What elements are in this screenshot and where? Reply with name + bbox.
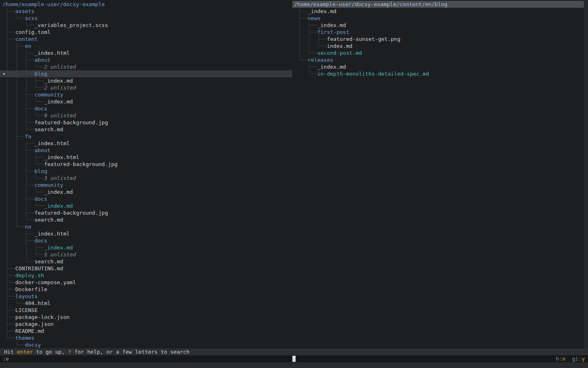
tree-row-unlisted[interactable]: │ │ │ └──2 unlisted [0, 63, 292, 70]
tree-row-unlisted[interactable]: │ │ └──5 unlisted [0, 251, 292, 258]
entry-name: _index.md [317, 64, 346, 70]
tree-row[interactable]: │ │ ├──docs [0, 105, 292, 112]
entry-name: about [34, 57, 50, 63]
tree-row[interactable]: ▶│ │ ├──blog [0, 70, 292, 77]
tree-row[interactable]: │ │ │ └──featured-background.jpg [0, 161, 292, 168]
tree-row[interactable]: ├──_index.md [292, 63, 588, 70]
tree-row[interactable]: │ │ ├──featured-background.jpg [0, 119, 292, 126]
entry-name: search.md [34, 258, 63, 265]
tree-branch-lines: └── [6, 342, 25, 348]
entry-name: _index.md [44, 189, 73, 195]
tree-row[interactable]: │ └──_variables_project.scss [0, 22, 292, 29]
tree-row[interactable]: │ │ └──search.md [0, 216, 292, 223]
tree-branch-lines: │ │ ├── [6, 105, 34, 112]
entry-name: featured-background.jpg [34, 210, 108, 216]
tree-branch-lines: ├── [6, 8, 15, 14]
entry-name: _index.md [44, 245, 73, 251]
status-key-hint: enter [17, 349, 33, 355]
tree-row[interactable]: ├──assets [0, 8, 292, 15]
tree-row[interactable]: ├──package-lock.json [0, 314, 292, 321]
tree-row[interactable]: ├──layouts [0, 293, 292, 300]
entry-name: docs [34, 196, 47, 202]
tree-row[interactable]: │ │ │ └──_index.md [0, 188, 292, 195]
tree-branch-lines: │ │ ├── [6, 50, 34, 56]
tree-row[interactable]: ├──LICENSE [0, 307, 292, 314]
tree-row[interactable]: ├──content [0, 36, 292, 43]
tree-branch-lines: │ │ │ └── [6, 203, 44, 209]
tree-row[interactable]: │ │ │ └──_index.md [0, 98, 292, 105]
tree-row[interactable]: │ │ ├──about [0, 147, 292, 154]
tree-row[interactable]: ├──Dockerfile [0, 286, 292, 293]
tree-row[interactable]: │ ├──en [0, 43, 292, 49]
tree-row[interactable]: │ ├──fa [0, 133, 292, 140]
tree-row[interactable]: ├──news [292, 15, 588, 22]
tree-row[interactable]: │ │ ├──community [0, 182, 292, 188]
tree-row[interactable]: │ │ ├──community [0, 91, 292, 98]
tree-branch-lines: │ │ ├── [6, 210, 34, 216]
tree-branch-lines: │ └── [6, 258, 34, 265]
entry-name: content [15, 36, 38, 42]
status-message-bar: Hit enter to go up, ? for help, or a few… [0, 348, 588, 355]
tree-branch-lines: └── [6, 335, 15, 341]
tree-row[interactable]: │ │ ├──featured-sunset-get.png [292, 36, 588, 43]
entry-name: themes [15, 335, 34, 341]
entry-name: fa [25, 133, 31, 139]
tree-row[interactable]: ├──README.md [0, 328, 292, 334]
tree-row-unlisted[interactable]: │ │ │ └──2 unlisted [0, 84, 292, 91]
tree-branch-lines: │ │ └── [298, 43, 327, 49]
tree-branch-lines: │ │ ├── [6, 168, 34, 174]
tree-row-unlisted[interactable]: │ │ │ └──3 unlisted [0, 175, 292, 182]
entry-name: README.md [15, 328, 44, 334]
tree-row[interactable]: │ ├──docs [0, 237, 292, 244]
tree-row[interactable]: ├──package.json [0, 321, 292, 328]
tree-row[interactable]: │ │ └──index.md [292, 43, 588, 49]
tree-row[interactable]: │ │ ├──featured-background.jpg [0, 209, 292, 216]
tree-branch-lines: ├── [6, 279, 15, 285]
tree-row[interactable]: │ └──scss [0, 15, 292, 22]
tree-row[interactable]: │ │ ├──_index.html [0, 49, 292, 56]
tree-row[interactable]: └──in-depth-monoliths-detailed-spec.md [292, 70, 588, 77]
tree-row[interactable]: │ │ ├──blog [0, 168, 292, 175]
tree-branch-lines: │ │ ├── [6, 92, 34, 98]
tree-branch-lines: │ │ │ └── [6, 189, 44, 195]
tree-row[interactable]: ├──_index.md [292, 8, 588, 15]
left-command-input[interactable]: :e [2, 355, 9, 362]
tree-branch-lines: │ │ ├── [6, 57, 34, 63]
entry-name: news [307, 15, 320, 21]
command-input-bar[interactable]: :e h:ngi:y [0, 355, 588, 362]
tree-row[interactable]: │ └──second-post.md [292, 49, 588, 56]
tree-row[interactable]: │ └──404.html [0, 300, 292, 307]
tree-row[interactable]: │ └──search.md [0, 258, 292, 265]
tree-row[interactable]: └──docsy [0, 341, 292, 348]
tree-row[interactable]: └──releases [292, 56, 588, 63]
tree-row[interactable]: ├──config.toml [0, 29, 292, 36]
tree-branch-lines: │ └── [6, 300, 25, 306]
tree-row-unlisted[interactable]: │ │ │ └──9 unlisted [0, 112, 292, 119]
entry-name: _index.md [44, 99, 73, 105]
scrollbar[interactable] [584, 0, 588, 348]
tree-row[interactable]: ├──deploy.sh [0, 272, 292, 279]
tree-row[interactable]: └──themes [0, 334, 292, 341]
tree-row[interactable]: │ ├──_index.html [0, 230, 292, 237]
tree-row[interactable]: │ │ ├──_index.html [0, 140, 292, 147]
tree-row[interactable]: │ ├──_index.md [292, 22, 588, 29]
left-panel-path: /home/example-user/docsy-example [0, 1, 292, 8]
entry-name: _index.html [34, 140, 69, 146]
tree-row[interactable]: │ ├──first-post [292, 29, 588, 36]
tree-row[interactable]: │ │ │ ├──_index.md [0, 77, 292, 84]
tree-row[interactable]: ├──CONTRIBUTING.md [0, 265, 292, 272]
tree-row[interactable]: │ │ │ └──_index.md [0, 202, 292, 209]
tree-row[interactable]: │ │ │ ├──_index.html [0, 154, 292, 161]
tree-row[interactable]: │ │ ├──_index.md [0, 244, 292, 251]
tree-row[interactable]: │ │ └──search.md [0, 126, 292, 133]
tree-row[interactable]: │ └──no [0, 223, 292, 230]
entry-name: 404.html [25, 300, 51, 306]
tree-row[interactable]: │ │ ├──docs [0, 195, 292, 202]
entry-name: 3 unlisted [44, 175, 76, 181]
tree-row[interactable]: ├──docker-compose.yaml [0, 279, 292, 286]
tree-branch-lines: │ ├── [298, 22, 317, 28]
status-text: to go up, [33, 349, 68, 355]
tree-branch-lines: │ └── [6, 22, 34, 28]
tree-branch-lines: │ ├── [6, 43, 25, 49]
tree-row[interactable]: │ │ ├──about [0, 56, 292, 63]
